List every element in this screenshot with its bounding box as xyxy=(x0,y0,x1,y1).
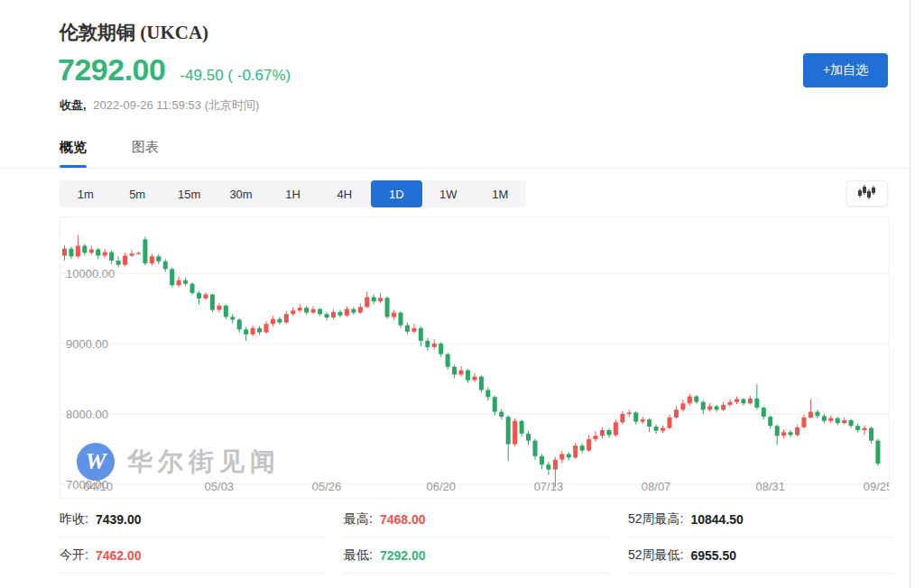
timezone-note: (北京时间) xyxy=(205,98,260,112)
stat-row: 52周最低:6955.50 xyxy=(628,537,893,574)
timeframe-button-1m[interactable]: 1m xyxy=(60,180,111,207)
stat-row: 52周最高:10844.50 xyxy=(628,501,893,537)
candlestick-chart-icon xyxy=(858,185,876,202)
svg-text:08/07: 08/07 xyxy=(642,480,671,493)
stat-label: 52周最高: xyxy=(628,511,683,528)
timeframe-bar: 1m5m15m30m1H4H1D1W1M xyxy=(60,180,526,207)
svg-text:08/31: 08/31 xyxy=(755,480,785,493)
svg-text:05/03: 05/03 xyxy=(205,480,235,493)
market-status-row: 收盘, 2022-09-26 11:59:53 (北京时间) xyxy=(60,97,259,114)
timeframe-button-1W[interactable]: 1W xyxy=(422,180,474,207)
stat-value: 7439.00 xyxy=(96,512,142,527)
timeframe-button-4H[interactable]: 4H xyxy=(319,180,370,207)
stat-value: 7462.00 xyxy=(96,548,142,563)
stat-value: 7468.00 xyxy=(380,512,426,527)
tab-chart[interactable]: 图表 xyxy=(132,139,159,167)
stat-value: 6955.50 xyxy=(690,548,736,563)
timeframe-button-15m[interactable]: 15m xyxy=(163,180,215,207)
quote-timestamp: 2022-09-26 11:59:53 xyxy=(93,98,201,112)
candlestick-chart[interactable]: 10000.009000.008000.007000.0004/1005/030… xyxy=(60,216,890,499)
stats-grid: 昨收:7439.00今开:7462.00最高:7468.00最低:7292.00… xyxy=(60,501,893,574)
stat-row: 最高:7468.00 xyxy=(344,501,609,537)
stat-value: 10844.50 xyxy=(690,512,743,527)
tab-overview[interactable]: 概览 xyxy=(60,139,87,167)
stat-label: 52周最低: xyxy=(628,547,683,564)
timeframe-button-30m[interactable]: 30m xyxy=(215,180,266,207)
price-row: 7292.00 -49.50 ( -0.67%) xyxy=(58,52,291,87)
stats-column: 52周最高:10844.5052周最低:6955.50 xyxy=(628,501,893,574)
svg-text:09/25: 09/25 xyxy=(864,480,889,493)
instrument-title: 伦敦期铜 (UKCA) xyxy=(60,20,208,45)
price-change: -49.50 ( -0.67%) xyxy=(180,67,291,85)
stat-row: 今开:7462.00 xyxy=(60,537,325,574)
svg-text:8000.00: 8000.00 xyxy=(66,408,108,421)
svg-text:9000.00: 9000.00 xyxy=(66,337,108,351)
svg-text:05/26: 05/26 xyxy=(312,480,342,493)
page-right-border xyxy=(910,0,910,588)
stats-column: 最高:7468.00最低:7292.00 xyxy=(344,501,609,574)
tabs-divider xyxy=(0,168,910,169)
stat-label: 最高: xyxy=(344,511,373,528)
stat-label: 最低: xyxy=(344,547,373,564)
timeframe-button-1D[interactable]: 1D xyxy=(371,180,422,207)
last-price: 7292.00 xyxy=(58,52,165,87)
svg-text:04/10: 04/10 xyxy=(83,480,113,493)
stat-row: 昨收:7439.00 xyxy=(60,501,325,537)
view-tabs: 概览 图表 xyxy=(60,139,159,167)
stat-label: 昨收: xyxy=(60,511,88,528)
chart-style-button[interactable] xyxy=(846,180,888,207)
svg-text:07/13: 07/13 xyxy=(534,480,564,493)
market-status: 收盘, xyxy=(60,98,87,112)
stats-column: 昨收:7439.00今开:7462.00 xyxy=(60,501,325,574)
add-watchlist-button[interactable]: +加自选 xyxy=(803,53,888,87)
stat-row: 最低:7292.00 xyxy=(344,537,609,574)
timeframe-button-1H[interactable]: 1H xyxy=(267,180,319,207)
svg-text:10000.00: 10000.00 xyxy=(66,267,115,280)
stat-label: 今开: xyxy=(60,547,88,564)
timeframe-button-5m[interactable]: 5m xyxy=(111,180,162,207)
stat-value: 7292.00 xyxy=(380,548,426,563)
quote-page: 伦敦期铜 (UKCA) 7292.00 -49.50 ( -0.67%) 收盘,… xyxy=(0,0,924,588)
svg-text:06/20: 06/20 xyxy=(426,480,456,493)
chart-canvas[interactable]: 10000.009000.008000.007000.0004/1005/030… xyxy=(60,217,889,498)
timeframe-button-1M[interactable]: 1M xyxy=(475,180,526,207)
